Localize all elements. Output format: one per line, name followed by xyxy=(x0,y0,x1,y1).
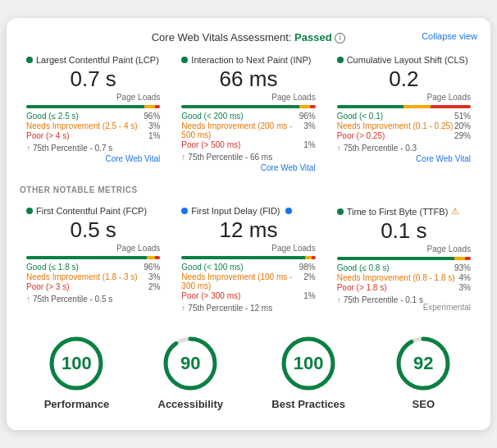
metric-value-fcp: 0.5 s xyxy=(26,219,160,240)
percentile-text: 75th Percentile - 0.7 s xyxy=(33,144,112,153)
metric-title-cls: Cumulative Layout Shift (CLS) xyxy=(337,55,471,65)
percentile-text: 75th Percentile - 0.5 s xyxy=(33,295,112,304)
metric-progress-bar-fid xyxy=(181,256,315,259)
metric-bar-segment-green xyxy=(337,257,455,260)
metric-row: Needs Improvement (0.8 - 1.8 s)4% xyxy=(337,273,471,282)
metric-bar-segment-yellow xyxy=(305,256,312,259)
percentile-text: 75th Percentile - 0.1 s xyxy=(344,295,423,304)
metric-rows-fid: Good (< 100 ms)98%Needs Improvement (100… xyxy=(181,263,315,300)
metric-row-value: 29% xyxy=(454,131,471,140)
score-item-performance: 100 Performance xyxy=(44,334,109,410)
metric-bar-segment-green xyxy=(181,256,304,259)
metric-card-cls: Cumulative Layout Shift (CLS)0.2Page Loa… xyxy=(331,50,477,177)
percentile-text: 75th Percentile - 12 ms xyxy=(188,304,272,313)
percentile-text: 75th Percentile - 66 ms xyxy=(188,153,272,162)
metric-row-label: Good (< 0.1) xyxy=(337,112,383,121)
metric-title-text-lcp: Largest Contentful Paint (LCP) xyxy=(36,55,159,65)
metric-row-value: 96% xyxy=(299,112,316,121)
metric-row-label: Poor (> 0.25) xyxy=(337,131,385,140)
metric-card-fid: First Input Delay (FID)12 msPage LoadsGo… xyxy=(175,201,321,318)
other-metrics-grid: First Contentful Paint (FCP)0.5 sPage Lo… xyxy=(20,201,477,318)
collapse-view-button[interactable]: Collapse view xyxy=(422,31,477,41)
metric-row: Good (≤ 1.8 s)96% xyxy=(26,263,160,272)
metric-bar-segment-yellow xyxy=(147,256,155,259)
metric-page-loads-label-fid: Page Loads xyxy=(181,244,315,253)
metric-row-value: 1% xyxy=(303,291,315,300)
metric-row-label: Needs Improvement (0.8 - 1.8 s) xyxy=(337,273,455,282)
metric-row-label: Needs Improvement (2.5 - 4 s) xyxy=(26,121,138,130)
main-card: Core Web Vitals Assessment: Passed i Col… xyxy=(7,18,490,430)
metric-card-lcp: Largest Contentful Paint (LCP)0.7 sPage … xyxy=(20,50,166,177)
percentile-arrow-icon: ↑ xyxy=(181,304,185,313)
metric-title-ttfb: Time to First Byte (TTFB)⚠ xyxy=(337,206,471,217)
percentile-arrow-icon: ↑ xyxy=(337,144,341,153)
metric-title-text-ttfb: Time to First Byte (TTFB) xyxy=(347,207,449,217)
metric-bar-segment-red xyxy=(155,105,161,108)
metric-bar-segment-green xyxy=(181,105,299,108)
metric-bar-segment-green xyxy=(26,105,144,108)
other-metrics-label: OTHER NOTABLE METRICS xyxy=(20,185,477,194)
metric-row: Needs Improvement (200 ms - 500 ms)3% xyxy=(181,121,315,139)
metric-value-inp: 66 ms xyxy=(181,68,315,89)
assessment-title: Core Web Vitals Assessment: xyxy=(152,31,292,43)
percentile-arrow-icon: ↑ xyxy=(26,144,30,153)
header: Core Web Vitals Assessment: Passed i Col… xyxy=(20,31,477,43)
metric-row: Poor (> 1.8 s)3% xyxy=(337,283,471,292)
metric-rows-lcp: Good (≤ 2.5 s)96%Needs Improvement (2.5 … xyxy=(26,112,160,140)
score-circle-accessibility: 90 xyxy=(161,334,220,393)
metric-rows-cls: Good (< 0.1)51%Needs Improvement (0.1 - … xyxy=(337,112,471,140)
metric-row-value: 3% xyxy=(148,272,160,281)
metric-rows-ttfb: Good (≤ 0.8 s)93%Needs Improvement (0.8 … xyxy=(337,263,471,292)
metric-progress-bar-cls xyxy=(337,105,471,108)
score-value-seo: 92 xyxy=(413,353,433,374)
metric-row-label: Good (≤ 1.8 s) xyxy=(26,263,79,272)
score-label-seo: SEO xyxy=(413,398,435,410)
metric-row-value: 20% xyxy=(454,121,471,130)
metric-card-fcp: First Contentful Paint (FCP)0.5 sPage Lo… xyxy=(20,201,166,318)
percentile-arrow-icon: ↑ xyxy=(26,295,30,304)
metric-row: Poor (> 300 ms)1% xyxy=(181,291,315,300)
metric-fid-extra-dot xyxy=(285,208,292,214)
metric-bar-segment-red xyxy=(310,105,316,108)
metric-title-text-inp: Interaction to Next Paint (INP) xyxy=(191,55,311,65)
metric-row-value: 3% xyxy=(148,121,160,130)
cwv-metrics-grid: Largest Contentful Paint (LCP)0.7 sPage … xyxy=(20,50,477,177)
score-circle-performance: 100 xyxy=(47,334,106,393)
metric-bar-segment-yellow xyxy=(144,105,155,108)
metric-bar-segment-yellow xyxy=(454,257,465,260)
metric-row-label: Poor (> 500 ms) xyxy=(181,140,240,149)
metric-row-value: 51% xyxy=(454,112,471,121)
metric-row: Needs Improvement (100 ms - 300 ms)2% xyxy=(181,272,315,290)
metric-cwv-label-inp: Core Web Vital xyxy=(181,163,315,172)
metric-row-label: Poor (> 3 s) xyxy=(26,282,70,291)
score-label-best-practices: Best Practices xyxy=(271,398,345,410)
metric-page-loads-label-cls: Page Loads xyxy=(337,93,471,102)
metric-row: Poor (> 500 ms)1% xyxy=(181,140,315,149)
percentile-arrow-icon: ↑ xyxy=(337,295,341,304)
metric-row: Poor (> 4 s)1% xyxy=(26,131,160,140)
percentile-text: 75th Percentile - 0.3 xyxy=(344,144,417,153)
metric-title-fid: First Input Delay (FID) xyxy=(181,206,315,216)
metric-cwv-label-lcp: Core Web Vital xyxy=(26,154,160,163)
metric-row-value: 96% xyxy=(144,263,160,272)
metric-row-value: 2% xyxy=(303,272,315,290)
metric-page-loads-label-ttfb: Page Loads xyxy=(337,245,471,254)
metric-row: Poor (> 0.25)29% xyxy=(337,131,471,140)
metric-value-cls: 0.2 xyxy=(337,68,471,89)
metric-row: Needs Improvement (0.1 - 0.25)20% xyxy=(337,121,471,130)
info-icon[interactable]: i xyxy=(335,33,345,43)
score-circle-seo: 92 xyxy=(394,334,453,393)
metric-page-loads-label-lcp: Page Loads xyxy=(26,93,160,102)
metric-percentile-inp: ↑ 75th Percentile - 66 ms xyxy=(181,153,315,162)
metric-row-label: Good (< 100 ms) xyxy=(181,263,243,272)
metric-row: Good (≤ 2.5 s)96% xyxy=(26,112,160,121)
metric-row-value: 93% xyxy=(454,263,471,272)
metric-rows-fcp: Good (≤ 1.8 s)96%Needs Improvement (1.8 … xyxy=(26,263,160,291)
metric-dot-cls xyxy=(337,57,344,63)
metric-row: Good (≤ 0.8 s)93% xyxy=(337,263,471,272)
metric-value-lcp: 0.7 s xyxy=(26,68,160,89)
metric-row-label: Needs Improvement (100 ms - 300 ms) xyxy=(181,272,303,290)
metric-row-value: 96% xyxy=(144,112,160,121)
metric-bar-segment-yellow xyxy=(299,105,310,108)
metric-row-value: 2% xyxy=(148,282,160,291)
